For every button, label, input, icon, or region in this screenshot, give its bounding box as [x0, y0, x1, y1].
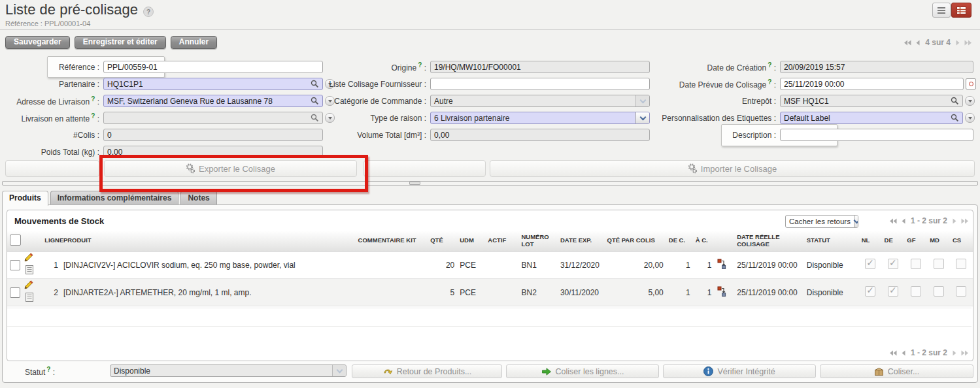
product-cell[interactable]: [DINJACIV2V-] ACICLOVIR sodium, eq. 250 …: [61, 251, 356, 279]
lines-bottom-pager-last-button[interactable]: [961, 350, 969, 356]
tab-informations-complementaires[interactable]: Informations complémentaires: [50, 191, 179, 204]
col-header-numero-lot: NUMÉRO LOT: [518, 231, 557, 251]
note-document-icon[interactable]: [25, 265, 33, 276]
stock-moves-title: Mouvements de Stock: [14, 216, 104, 226]
description-input[interactable]: [780, 129, 973, 141]
to-parcel-cell: 1: [693, 279, 715, 306]
row-checkbox[interactable]: [10, 287, 20, 298]
tab-notes[interactable]: Notes: [180, 191, 216, 204]
pager-last-button[interactable]: [964, 40, 972, 46]
return-products-button[interactable]: Retour de Produits...: [352, 364, 502, 378]
pack-button[interactable]: Coliser...: [820, 364, 973, 378]
lines-pager-next-button[interactable]: [953, 218, 957, 224]
cs-checkbox[interactable]: [956, 286, 966, 297]
order-category-select: Autre: [430, 95, 650, 107]
de-checkbox[interactable]: [888, 259, 898, 269]
action-button-blank-middle[interactable]: [363, 160, 486, 177]
split-line-icon[interactable]: [717, 262, 726, 271]
chevron-down-icon[interactable]: [854, 216, 858, 227]
form-view-icon: [956, 7, 966, 14]
tab-produits[interactable]: Produits: [2, 191, 48, 206]
magnifier-icon[interactable]: [311, 80, 319, 88]
row-checkbox[interactable]: [10, 260, 20, 270]
nl-checkbox[interactable]: [865, 286, 875, 297]
pending-delivery-field[interactable]: [103, 112, 323, 124]
gf-checkbox[interactable]: [911, 286, 921, 297]
cancel-button[interactable]: Annuler: [171, 36, 217, 49]
magnifier-icon[interactable]: [951, 97, 959, 105]
pack-lines-label: Coliser les lignes...: [556, 367, 624, 376]
nl-checkbox[interactable]: [865, 259, 875, 269]
exp-date-cell: 30/11/2020: [558, 279, 605, 306]
check-integrity-label: Vérifier Intégrité: [717, 367, 775, 376]
lines-pager-last-button[interactable]: [961, 218, 969, 224]
magnifier-icon[interactable]: [311, 97, 319, 105]
split-line-icon[interactable]: [717, 289, 726, 299]
magnifier-icon[interactable]: [311, 114, 319, 122]
pager-first-button[interactable]: [904, 40, 911, 46]
partner-field[interactable]: HQ1C1P1: [103, 78, 323, 90]
table-row[interactable]: 1 [DINJACIV2V-] ACICLOVIR sodium, eq. 25…: [7, 251, 973, 279]
col-header-date-reelle: DATE RÉELLE COLISAGE: [734, 231, 804, 251]
de-checkbox[interactable]: [888, 286, 898, 297]
gf-checkbox[interactable]: [911, 259, 921, 269]
lines-pager: 1 - 2 sur 2: [876, 216, 969, 225]
lines-pager-prev-button[interactable]: [901, 218, 905, 224]
record-reference: Référence : PPL/00001-04: [5, 20, 90, 27]
save-button[interactable]: Sauvegarder: [5, 36, 70, 49]
reference-input[interactable]: PPL/00559-01: [103, 61, 323, 73]
check-integrity-button[interactable]: Vérifier Intégrité: [663, 364, 816, 378]
status-cell: Disponible: [804, 279, 859, 306]
note-document-icon[interactable]: [25, 293, 33, 304]
pack-label: Coliser...: [888, 367, 920, 376]
scrollbar-thumb[interactable]: [409, 182, 420, 185]
supplier-packing-list-input[interactable]: [430, 78, 650, 90]
pack-lines-button[interactable]: Coliser les lignes...: [506, 364, 659, 378]
statut-select: Disponible: [110, 364, 346, 377]
info-icon: [703, 366, 713, 376]
warehouse-field[interactable]: MSF HQ1C1: [780, 95, 963, 107]
real-packing-date-cell: 25/11/2019 00:00: [734, 251, 804, 279]
edit-pencil-icon[interactable]: [24, 253, 33, 265]
import-packing-button[interactable]: Importer le Colisage: [490, 160, 975, 177]
list-view-button[interactable]: [932, 3, 951, 18]
save-and-edit-button[interactable]: Enregistrer et éditer: [75, 36, 166, 49]
product-cell[interactable]: [DINJARTE2A-] ARTEMETHER, 20 mg/ml, 1 ml…: [61, 279, 356, 306]
lines-bottom-pager-next-button[interactable]: [953, 350, 957, 356]
table-row[interactable]: 2 [DINJARTE2A-] ARTEMETHER, 20 mg/ml, 1 …: [7, 279, 973, 306]
label-customization-field[interactable]: Default Label: [780, 112, 963, 124]
hide-returns-select[interactable]: Cacher les retours: [785, 215, 858, 228]
select-all-checkbox[interactable]: [10, 234, 21, 246]
col-header-de: DE: [882, 231, 905, 251]
planned-packing-date-input[interactable]: 25/11/2019 00:00: [780, 78, 964, 90]
lines-pager-first-button[interactable]: [889, 218, 897, 224]
lines-bottom-pager-first-button[interactable]: [889, 350, 897, 356]
warehouse-dropdown-button[interactable]: [965, 96, 975, 106]
lot-cell: BN2: [518, 279, 557, 306]
action-button-blank-left[interactable]: [5, 160, 99, 177]
qty-per-parcel-cell: 5,00: [605, 279, 666, 306]
md-checkbox[interactable]: [934, 286, 944, 297]
calendar-icon[interactable]: [966, 78, 976, 89]
return-arrow-icon: [382, 367, 393, 376]
reason-type-select[interactable]: 6 Livraison partenaire: [430, 112, 650, 124]
qty-cell: 5: [428, 279, 457, 306]
lines-bottom-pager-prev-button[interactable]: [901, 350, 905, 356]
delivery-address-label: Adresse de Livraison? :: [0, 95, 103, 106]
to-parcel-cell: 1: [693, 251, 715, 279]
col-header-actif: ACTIF: [485, 231, 518, 251]
pager-prev-button[interactable]: [915, 40, 920, 46]
edit-pencil-icon[interactable]: [24, 280, 33, 292]
label-customization-dropdown-button[interactable]: [965, 113, 975, 123]
magnifier-icon[interactable]: [951, 114, 959, 122]
pager-next-button[interactable]: [956, 40, 960, 46]
delivery-address-field[interactable]: MSF, Switzerland Geneva Rue de Lausanne …: [103, 95, 323, 107]
chevron-down-icon: [332, 365, 346, 376]
chevron-down-icon: [635, 95, 649, 106]
md-checkbox[interactable]: [934, 259, 944, 269]
cs-checkbox[interactable]: [956, 259, 966, 269]
form-view-button[interactable]: [951, 3, 972, 18]
line-number: 1: [42, 251, 61, 279]
chevron-down-icon[interactable]: [635, 112, 649, 123]
col-header-kit: KIT: [403, 231, 428, 251]
